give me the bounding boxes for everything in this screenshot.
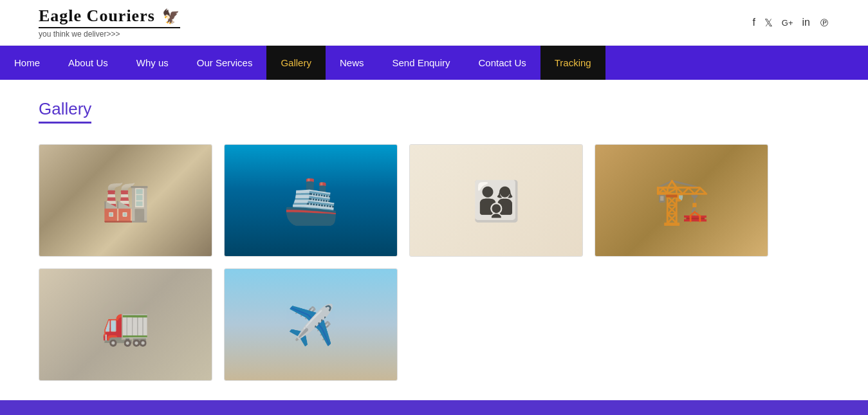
twitter-icon[interactable]: 𝕏 bbox=[764, 17, 773, 29]
logo-area: Eagle Couriers 🦅 you think we deliver>>> bbox=[39, 6, 180, 39]
gallery-item-plane[interactable] bbox=[224, 268, 398, 381]
logo-text: Eagle Couriers bbox=[39, 6, 155, 25]
truck-image bbox=[39, 269, 212, 380]
linkedin-icon[interactable]: in bbox=[802, 17, 810, 28]
nav-about-us[interactable]: About Us bbox=[54, 46, 122, 80]
main-content: Gallery bbox=[0, 80, 868, 400]
gallery-item-family[interactable] bbox=[409, 144, 583, 257]
nav-contact-us[interactable]: Contact Us bbox=[465, 46, 540, 80]
gallery-item-ship[interactable] bbox=[224, 144, 398, 257]
facebook-icon[interactable]: f bbox=[752, 17, 755, 28]
eagle-icon: 🦅 bbox=[162, 8, 180, 24]
social-icons: f 𝕏 G+ in ℗ bbox=[752, 17, 829, 29]
plane-image bbox=[225, 269, 397, 380]
footer: Our Services Our Network Company Informa… bbox=[0, 400, 868, 415]
pinterest-icon[interactable]: ℗ bbox=[819, 17, 829, 29]
nav-home[interactable]: Home bbox=[0, 46, 54, 80]
logo-title[interactable]: Eagle Couriers 🦅 bbox=[39, 6, 180, 28]
gallery-item-crane[interactable] bbox=[595, 144, 768, 257]
header: Eagle Couriers 🦅 you think we deliver>>>… bbox=[0, 0, 868, 46]
nav-our-services[interactable]: Our Services bbox=[183, 46, 267, 80]
gallery-item-warehouse[interactable] bbox=[39, 144, 212, 257]
warehouse-image bbox=[39, 145, 212, 256]
navbar: Home About Us Why us Our Services Galler… bbox=[0, 46, 868, 80]
nav-send-enquiry[interactable]: Send Enquiry bbox=[378, 46, 464, 80]
nav-gallery[interactable]: Gallery bbox=[266, 46, 326, 80]
gallery-item-truck[interactable] bbox=[39, 268, 212, 381]
ship-image bbox=[225, 145, 397, 256]
gallery-grid bbox=[39, 144, 829, 381]
logo-tagline: you think we deliver>>> bbox=[39, 30, 120, 39]
googleplus-icon[interactable]: G+ bbox=[782, 18, 793, 28]
nav-tracking[interactable]: Tracking bbox=[540, 46, 605, 80]
nav-news[interactable]: News bbox=[326, 46, 378, 80]
page-title: Gallery bbox=[39, 99, 91, 124]
family-image bbox=[410, 145, 582, 256]
crane-image bbox=[595, 145, 768, 256]
nav-why-us[interactable]: Why us bbox=[122, 46, 183, 80]
